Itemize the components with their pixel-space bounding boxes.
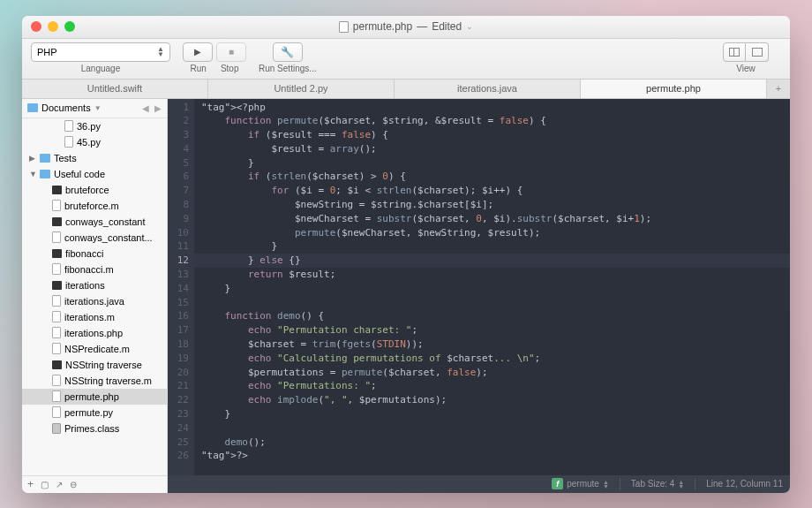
line-number[interactable]: 4	[168, 142, 189, 156]
line-number[interactable]: 24	[168, 421, 189, 436]
cursor-position[interactable]: Line 12, Column 11	[706, 479, 783, 489]
code-line[interactable]: }	[201, 283, 230, 294]
nav-forward-icon[interactable]: ▶	[154, 103, 162, 113]
line-number[interactable]: 3	[168, 128, 189, 142]
add-icon[interactable]: +	[27, 478, 34, 490]
chevron-down-icon[interactable]: ⌄	[466, 22, 473, 31]
line-number[interactable]: 7	[168, 184, 189, 198]
tree-item[interactable]: 36.py	[22, 118, 167, 134]
code-line[interactable]: for ($i = 0; $i < strlen($charset); $i++…	[201, 185, 523, 196]
code-line[interactable]: permute($newCharset, $newString, $result…	[201, 227, 540, 239]
code-line[interactable]: "tag">?>	[201, 450, 248, 461]
add-tab-button[interactable]: +	[767, 80, 790, 98]
symbol-indicator[interactable]: f permute ▲▼	[552, 478, 609, 489]
tree-item[interactable]: 45.py	[22, 134, 167, 150]
run-settings-button[interactable]: 🔧	[273, 42, 303, 62]
line-number[interactable]: 9	[168, 212, 189, 226]
code-line[interactable]: $charset = trim(fgets(STDIN));	[201, 338, 424, 350]
close-icon[interactable]	[31, 21, 41, 32]
line-number[interactable]: 23	[168, 407, 189, 421]
line-number[interactable]: 15	[168, 296, 189, 310]
line-number[interactable]: 26	[168, 449, 189, 463]
line-number[interactable]: 17	[168, 323, 189, 337]
tab[interactable]: iterations.java	[395, 80, 581, 98]
code-line[interactable]: if (strlen($charset) > 0) {	[201, 171, 406, 182]
tab-size-indicator[interactable]: Tab Size: 4 ▲▼	[631, 479, 684, 489]
line-number[interactable]: 2	[168, 114, 189, 128]
tree-item[interactable]: iterations.m	[22, 309, 167, 325]
view-split-button[interactable]	[723, 42, 746, 62]
code-line[interactable]: $permutations = permute($charset, false)…	[201, 367, 488, 378]
line-number[interactable]: 16	[168, 309, 189, 323]
tree-item[interactable]: iterations.php	[22, 325, 167, 341]
code-line[interactable]: demo();	[201, 436, 266, 448]
tab[interactable]: Untitled 2.py	[208, 80, 395, 98]
line-number[interactable]: 11	[168, 239, 189, 254]
tree-item[interactable]: NSString traverse.m	[22, 373, 167, 389]
disclosure-icon[interactable]: ▼	[29, 170, 36, 178]
line-number[interactable]: 8	[168, 198, 189, 212]
line-number[interactable]: 5	[168, 156, 189, 171]
code-line[interactable]: function demo() {	[201, 310, 324, 322]
tree-item[interactable]: conways_constant	[22, 214, 167, 230]
code-line[interactable]: function permute($charset, $string, &$re…	[201, 115, 546, 126]
tree-item[interactable]: iterations.java	[22, 293, 167, 309]
code-line[interactable]: return $result;	[201, 269, 335, 280]
code-line[interactable]: echo "Permutation charset: ";	[201, 324, 417, 336]
line-number[interactable]: 20	[168, 366, 189, 380]
tree-item[interactable]: NSPredicate.m	[22, 341, 167, 357]
tree-item[interactable]: fibonacci	[22, 246, 167, 262]
line-number[interactable]: 12	[168, 254, 189, 268]
line-number[interactable]: 19	[168, 352, 189, 366]
tree-item[interactable]: Primes.class	[22, 421, 167, 436]
code-line[interactable]: } else {}	[194, 254, 790, 268]
tree-item[interactable]: bruteforce.m	[22, 198, 167, 214]
run-button[interactable]: ▶	[183, 42, 213, 62]
tree-item[interactable]: permute.php	[22, 389, 167, 405]
new-folder-icon[interactable]: ▢	[41, 480, 49, 489]
tab[interactable]: Untitled.swift	[22, 80, 208, 98]
line-number[interactable]: 25	[168, 436, 189, 450]
stop-button[interactable]: ■	[216, 42, 246, 62]
disclosure-icon[interactable]: ▶	[29, 154, 36, 163]
view-toggle[interactable]	[723, 42, 769, 62]
tree-item[interactable]: permute.py	[22, 405, 167, 421]
line-number[interactable]: 21	[168, 379, 189, 393]
line-number[interactable]: 14	[168, 282, 189, 296]
editor[interactable]: 1234567891011121314151617181920212223242…	[168, 99, 790, 475]
line-number[interactable]: 18	[168, 337, 189, 352]
code-line[interactable]: echo implode(", ", $permutations);	[201, 394, 447, 406]
code-line[interactable]: echo "Calculating permutations of $chars…	[201, 353, 540, 364]
show-in-finder-icon[interactable]: ↗	[56, 480, 63, 489]
language-select[interactable]: PHP ▲▼	[31, 42, 170, 62]
tree-item[interactable]: ▼Useful code	[22, 166, 167, 182]
nav-back-icon[interactable]: ◀	[142, 103, 149, 113]
refresh-icon[interactable]: ⊖	[70, 480, 77, 489]
minimize-icon[interactable]	[48, 21, 58, 32]
line-number[interactable]: 1	[168, 101, 189, 115]
code-line[interactable]: }	[201, 240, 277, 252]
sidebar-header[interactable]: Documents ▼ ◀ ▶	[22, 99, 167, 118]
code-line[interactable]: }	[201, 157, 254, 169]
line-number[interactable]: 6	[168, 170, 189, 184]
view-single-button[interactable]	[746, 42, 769, 62]
tree-item[interactable]: iterations	[22, 277, 167, 293]
chevron-down-icon[interactable]: ▼	[94, 104, 102, 112]
tab[interactable]: permute.php	[581, 80, 767, 98]
line-number[interactable]: 22	[168, 393, 189, 407]
line-number[interactable]: 10	[168, 226, 189, 240]
tree-item[interactable]: NSString traverse	[22, 357, 167, 373]
code-line[interactable]: $newCharset = substr($charset, 0, $i).su…	[201, 213, 651, 224]
tree-item[interactable]: conways_constant...	[22, 230, 167, 246]
code-line[interactable]: echo "Permutations: ";	[201, 380, 377, 391]
code-line[interactable]: if ($result === false) {	[201, 129, 388, 140]
line-number[interactable]: 13	[168, 268, 189, 282]
tree-item[interactable]: fibonacci.m	[22, 262, 167, 277]
code-line[interactable]: }	[201, 408, 230, 420]
tree-item[interactable]: ▶Tests	[22, 150, 167, 166]
code-area[interactable]: "tag"><?php function permute($charset, $…	[194, 99, 790, 475]
code-line[interactable]: "tag"><?php	[201, 102, 266, 113]
code-line[interactable]: $result = array();	[201, 143, 377, 155]
zoom-icon[interactable]	[64, 21, 75, 32]
code-line[interactable]: $newString = $string.$charset[$i];	[201, 199, 493, 210]
